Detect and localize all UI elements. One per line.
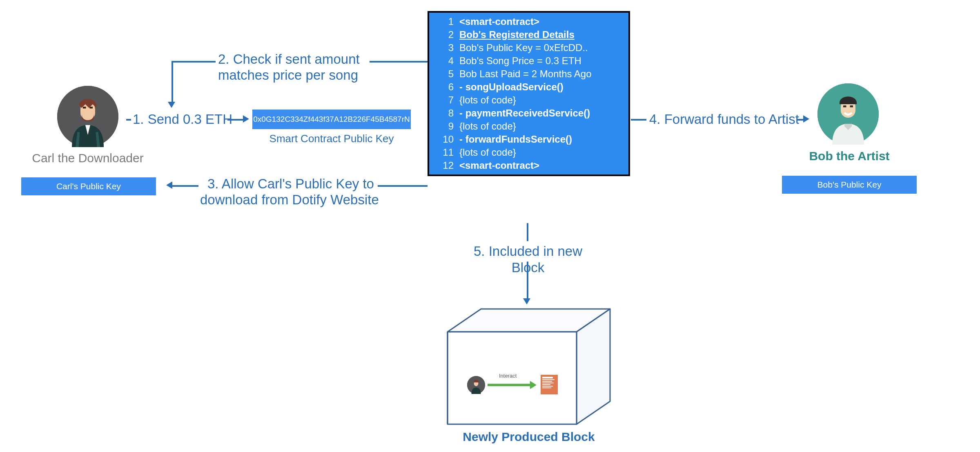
step-4-label: 4. Forward funds to Artist <box>649 111 799 128</box>
bob-label: Bob the Artist <box>798 149 900 163</box>
svg-rect-3 <box>90 107 93 109</box>
contract-key-label: Smart Contract Public Key <box>252 132 411 145</box>
svg-marker-15 <box>530 381 537 389</box>
block-label: Newly Produced Block <box>457 430 600 444</box>
ln: 9 <box>435 121 459 132</box>
code: - forwardFundsService() <box>459 134 572 145</box>
code: {lots of code} <box>459 121 516 132</box>
step-1-label: 1. Send 0.3 ETH <box>133 111 232 128</box>
carl-label: Carl the Downloader <box>29 151 147 165</box>
code: - paymentReceivedService() <box>459 107 590 119</box>
ln: 1 <box>435 16 459 27</box>
interact-label: Interact <box>499 373 517 379</box>
svg-rect-6 <box>843 105 846 107</box>
step-3-label-b: download from Dotify Website <box>200 192 379 208</box>
step-3-label-a: 3. Allow Carl's Public Key to <box>207 176 374 192</box>
ln: 10 <box>435 134 459 145</box>
carl-avatar-icon <box>57 86 118 147</box>
inner-code-icon <box>541 375 558 394</box>
ln: 8 <box>435 107 459 119</box>
inner-avatar-icon <box>467 376 485 394</box>
step-2-label-b: matches price per song <box>218 67 358 83</box>
step-2-label-a: 2. Check if sent amount <box>218 51 360 67</box>
code: Bob Last Paid = 2 Months Ago <box>459 68 592 80</box>
smart-contract-box: 1<smart-contract> 2Bob's Registered Deta… <box>428 11 630 176</box>
code: Bob's Song Price = 0.3 ETH <box>459 55 581 67</box>
carl-key-box: Carl's Public Key <box>21 177 156 195</box>
svg-rect-7 <box>850 105 853 107</box>
interact-arrow-icon <box>488 380 537 390</box>
code: {lots of code} <box>459 147 516 158</box>
contract-key-box: 0x0G132C334Zf443f37A12B226F45B4587rN <box>252 110 411 129</box>
block-cube-icon: Interact <box>443 307 615 432</box>
ln: 7 <box>435 94 459 106</box>
code: <smart-contract> <box>459 160 539 171</box>
svg-rect-2 <box>83 107 86 109</box>
ln: 2 <box>435 29 459 40</box>
code: <smart-contract> <box>459 16 539 27</box>
ln: 6 <box>435 81 459 93</box>
ln: 4 <box>435 55 459 67</box>
code: Bob's Public Key = 0xEfcDD.. <box>459 42 588 54</box>
bob-avatar-icon <box>817 83 879 145</box>
bob-key-box: Bob's Public Key <box>782 176 917 194</box>
code: Bob's Registered Details <box>459 29 575 40</box>
ln: 11 <box>435 147 459 158</box>
code: - songUploadService() <box>459 81 564 93</box>
ln: 5 <box>435 68 459 80</box>
ln: 12 <box>435 160 459 171</box>
code: {lots of code} <box>459 94 516 106</box>
ln: 3 <box>435 42 459 54</box>
